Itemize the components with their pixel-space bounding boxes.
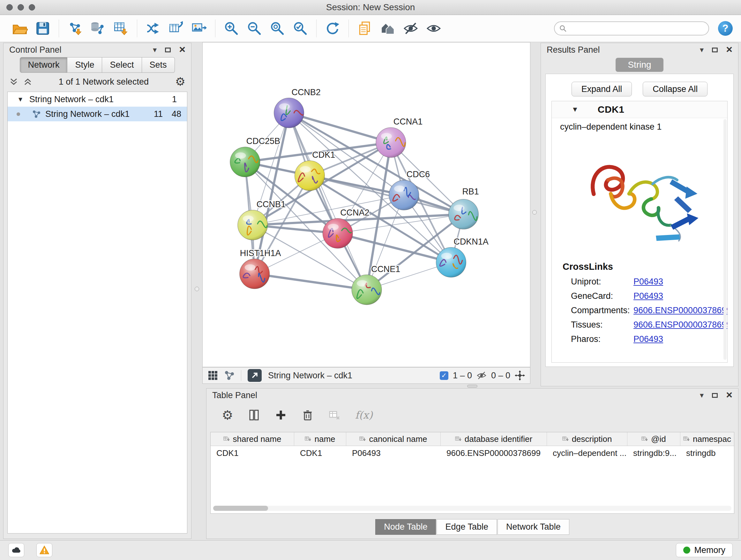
left-splitter-handle[interactable] xyxy=(195,287,199,291)
help-button[interactable]: ? xyxy=(718,21,733,36)
duplicate-document-button[interactable] xyxy=(356,20,374,37)
import-network-database-button[interactable] xyxy=(89,20,107,37)
search-input[interactable] xyxy=(570,23,704,34)
zoom-in-button[interactable] xyxy=(223,20,240,37)
network-node-CCNA2[interactable] xyxy=(323,219,353,248)
cell-database-identifier[interactable]: 9606.ENSP00000378699 xyxy=(441,448,547,458)
new-network-button[interactable] xyxy=(145,20,162,37)
memory-button[interactable]: Memory xyxy=(676,543,733,557)
column-header[interactable]: name xyxy=(294,432,346,446)
close-panel-icon[interactable]: × xyxy=(726,389,732,400)
selection-checkbox[interactable]: ✓ xyxy=(440,371,448,380)
show-columns-icon[interactable] xyxy=(248,409,260,421)
export-image-button[interactable] xyxy=(191,20,208,37)
network-collection-row[interactable]: ▼ String Network – cdk1 1 xyxy=(8,92,187,107)
cell-namespace[interactable]: stringdb xyxy=(680,448,734,458)
expand-all-networks-icon[interactable] xyxy=(23,78,32,85)
crosshair-move-icon[interactable] xyxy=(515,370,525,381)
welcome-screen-button[interactable] xyxy=(379,20,396,37)
open-session-button[interactable] xyxy=(11,20,28,37)
column-header[interactable]: @id xyxy=(627,432,680,446)
import-table-file-button[interactable] xyxy=(112,20,130,37)
cell-shared-name[interactable]: CDK1 xyxy=(211,448,294,458)
close-window-button[interactable] xyxy=(6,4,13,10)
float-panel-icon[interactable] xyxy=(165,48,171,52)
network-canvas[interactable]: CCNB2CCNA1CDC25BCDK1CDC6RB1CCNB1CCNA2CDK… xyxy=(203,43,530,367)
add-column-icon[interactable] xyxy=(275,409,287,421)
network-edge[interactable] xyxy=(289,113,367,290)
tab-network-table[interactable]: Network Table xyxy=(497,519,569,535)
close-panel-icon[interactable]: × xyxy=(179,44,185,55)
control-panel-title: Control Panel xyxy=(9,45,62,55)
network-edge[interactable] xyxy=(310,176,463,214)
crosslink-pharos-link[interactable]: P06493 xyxy=(633,334,663,344)
table-row[interactable]: CDK1 CDK1 P06493 9606.ENSP00000378699 cy… xyxy=(211,446,734,460)
table-horizontal-scrollbar[interactable] xyxy=(213,506,731,511)
column-header[interactable]: shared name xyxy=(211,432,294,446)
column-header[interactable]: database identifier xyxy=(441,432,547,446)
network-edge[interactable] xyxy=(255,274,367,290)
protein-card-header[interactable]: ▼ CDK1 xyxy=(552,101,727,118)
panel-menu-icon[interactable]: ▾ xyxy=(700,391,704,399)
protein-disclosure-icon[interactable]: ▼ xyxy=(571,105,579,114)
apply-layout-button[interactable] xyxy=(324,20,341,37)
zoom-window-button[interactable] xyxy=(29,4,35,10)
zoom-selected-button[interactable] xyxy=(292,20,309,37)
close-panel-icon[interactable]: × xyxy=(726,44,732,55)
tab-string[interactable]: String xyxy=(616,58,664,72)
tab-sets[interactable]: Sets xyxy=(142,57,175,73)
save-session-button[interactable] xyxy=(34,20,51,37)
horizontal-splitter-handle[interactable] xyxy=(467,385,477,388)
show-all-button[interactable] xyxy=(425,20,442,37)
crosslink-genecard-link[interactable]: P06493 xyxy=(633,291,663,301)
right-splitter-handle[interactable] xyxy=(532,210,537,214)
panel-menu-icon[interactable]: ▾ xyxy=(153,46,157,54)
cell-canonical-name[interactable]: P06493 xyxy=(346,448,441,458)
float-panel-icon[interactable] xyxy=(712,48,718,52)
table-settings-gear-icon[interactable]: ⚙ xyxy=(222,409,233,422)
warnings-button[interactable] xyxy=(37,543,52,557)
float-panel-icon[interactable] xyxy=(712,393,718,398)
network-row[interactable]: String Network – cdk1 11 48 xyxy=(8,107,187,121)
grid-icon[interactable] xyxy=(208,370,218,381)
crosslink-tissues-link[interactable]: 9606.ENSP00000378699 xyxy=(633,320,728,330)
zoom-out-button[interactable] xyxy=(246,20,263,37)
cell-description[interactable]: cyclin–dependent ... xyxy=(547,448,627,458)
network-node-CDK1[interactable] xyxy=(294,161,325,191)
column-header[interactable]: canonical name xyxy=(346,432,441,446)
cell-id[interactable]: stringdb:9... xyxy=(627,448,680,458)
results-scrollbar[interactable] xyxy=(724,119,727,360)
network-edge[interactable] xyxy=(289,113,391,143)
minimize-window-button[interactable] xyxy=(17,4,24,10)
zoom-fit-button[interactable] xyxy=(269,20,286,37)
expand-all-button[interactable]: Expand All xyxy=(571,82,632,97)
network-view[interactable]: CCNB2CCNA1CDC25BCDK1CDC6RB1CCNB1CCNA2CDK… xyxy=(202,42,530,367)
import-network-file-button[interactable] xyxy=(66,20,84,37)
crosslink-compartments-link[interactable]: 9606.ENSP00000378699 xyxy=(633,306,728,315)
column-header[interactable]: namespac xyxy=(680,432,734,446)
column-header[interactable]: description xyxy=(547,432,627,446)
network-node-CCNE1[interactable] xyxy=(352,275,382,305)
search-box[interactable] xyxy=(554,21,709,36)
tab-network[interactable]: Network xyxy=(20,57,67,73)
panel-menu-icon[interactable]: ▾ xyxy=(700,46,704,54)
scrollbar-thumb[interactable] xyxy=(213,506,268,511)
tab-select[interactable]: Select xyxy=(102,57,142,73)
tab-edge-table[interactable]: Edge Table xyxy=(436,519,497,535)
delete-column-icon[interactable] xyxy=(301,409,314,421)
cell-name[interactable]: CDK1 xyxy=(294,448,346,458)
collection-disclosure-icon[interactable]: ▼ xyxy=(17,96,23,103)
share-network-icon[interactable] xyxy=(224,370,234,381)
tab-node-table[interactable]: Node Table xyxy=(375,519,436,535)
network-node-HIST1H1A[interactable] xyxy=(240,259,270,289)
cloud-button[interactable] xyxy=(8,543,24,557)
clone-network-button[interactable] xyxy=(167,20,185,37)
detach-view-button[interactable] xyxy=(248,369,262,382)
crosslink-uniprot-link[interactable]: P06493 xyxy=(633,277,663,287)
hide-selected-button[interactable] xyxy=(402,20,419,37)
collapse-all-networks-icon[interactable] xyxy=(9,78,18,85)
network-node-CDC6[interactable] xyxy=(389,180,419,210)
network-options-gear-icon[interactable]: ⚙ xyxy=(175,76,185,87)
tab-style[interactable]: Style xyxy=(67,57,102,73)
collapse-all-button[interactable]: Collapse All xyxy=(643,82,708,97)
